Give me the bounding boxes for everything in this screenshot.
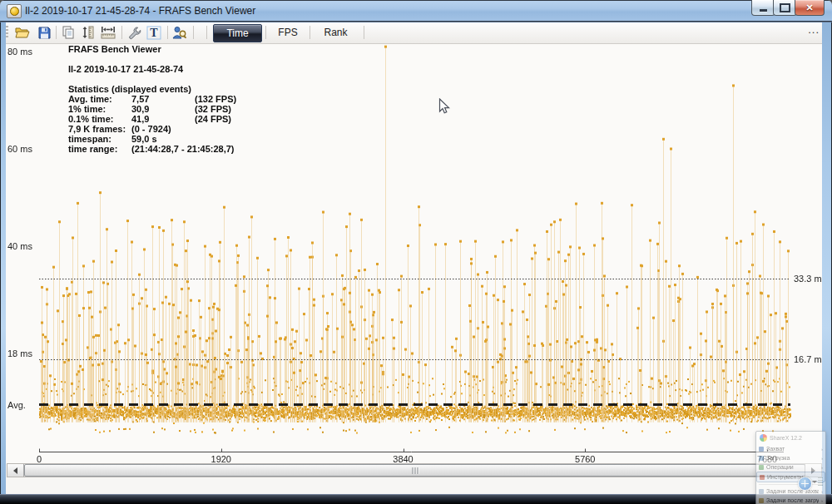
y-axis-label-60ms: 60 ms	[7, 144, 32, 154]
sharex-menu-overlay: ShareX 12.2 Захват › Загрузка › Операции…	[755, 431, 826, 504]
copy-pages-icon	[62, 26, 75, 39]
y-axis-label-avg: Avg.	[7, 400, 26, 410]
menu-item-after-upload[interactable]: Задачи после загрузки ›	[756, 496, 825, 504]
window-border-right	[822, 22, 832, 494]
sharex-header: ShareX 12.2	[756, 432, 825, 444]
window-title: Il-2 2019-10-17 21-45-28-74 - FRAFS Benc…	[25, 5, 255, 17]
stat-label: time range:	[68, 144, 131, 154]
menu-item-capture[interactable]: Захват ›	[756, 444, 825, 453]
toolbar: T Time FPS Rank ...	[1, 22, 831, 44]
toolbar-overflow-button[interactable]: ...	[808, 23, 820, 36]
submenu-arrow-icon: ›	[821, 489, 823, 494]
submenu-arrow-icon: ›	[821, 447, 823, 452]
minimize-icon	[760, 9, 767, 12]
scrollbar-grip-icon	[412, 467, 418, 474]
mouse-cursor	[438, 98, 450, 116]
y-axis-label-40ms: 40 ms	[7, 241, 32, 251]
stat-label: 0.1% time:	[68, 114, 131, 124]
stat-value: 41,9	[131, 114, 195, 124]
statistics-panel: FRAFS Bench Viewer Il-2 2019-10-17 21-45…	[68, 44, 236, 154]
menu-item-label: Загрузка	[766, 455, 819, 461]
stat-value: (21:44:28,7 - 21:45:28,7)	[131, 144, 235, 154]
stat-label: timespan:	[68, 134, 131, 144]
save-floppy-icon	[38, 27, 51, 39]
stat-label: 1% time:	[68, 104, 131, 114]
menu-item-workflows[interactable]: Операции ›	[756, 462, 825, 472]
stats-section-title: Statistics (displayed events)	[68, 84, 236, 94]
inspect-button[interactable]	[171, 24, 188, 41]
scroll-left-button[interactable]	[7, 464, 24, 477]
open-file-button[interactable]	[14, 24, 31, 41]
wrench-icon	[127, 26, 141, 40]
app-icon[interactable]	[7, 4, 22, 18]
menu-item-label: Захват	[766, 446, 819, 452]
save-button[interactable]	[36, 24, 52, 41]
stat-fps: (24 FPS)	[195, 114, 231, 124]
stat-fps: (132 FPS)	[195, 94, 236, 104]
stats-app-title: FRAFS Bench Viewer	[68, 44, 236, 54]
close-button[interactable]: ✕	[795, 0, 825, 16]
window-top-edge	[0, 0, 832, 1]
maximize-icon	[780, 3, 790, 12]
toolbar-separator	[167, 26, 168, 39]
y-axis-label-18ms: 18 ms	[7, 348, 32, 358]
sharex-title: ShareX 12.2	[770, 435, 802, 441]
submenu-arrow-icon: ›	[821, 498, 823, 503]
sharex-logo-icon	[760, 434, 767, 442]
tab-rank[interactable]: Rank	[313, 24, 359, 41]
vertical-scale-icon	[82, 26, 95, 39]
maximize-button[interactable]	[773, 0, 797, 16]
minimize-button[interactable]	[751, 0, 775, 16]
toolbar-separator	[206, 26, 207, 39]
window-border-bottom	[0, 494, 832, 504]
stat-value: 30,9	[131, 104, 195, 114]
stat-value: (0 - 7924)	[131, 124, 195, 134]
open-folder-icon	[15, 27, 30, 38]
text-tool-icon: T	[146, 26, 161, 40]
after-upload-icon	[759, 498, 764, 503]
copy-button[interactable]	[60, 24, 77, 41]
stat-fps: (32 FPS)	[195, 104, 231, 114]
settings-button[interactable]	[126, 24, 142, 41]
toolbar-separator	[121, 26, 122, 39]
horizontal-scale-button[interactable]	[100, 24, 116, 41]
capture-icon	[759, 447, 764, 452]
region-capture-icon[interactable]	[798, 477, 812, 491]
close-icon: ✕	[805, 0, 813, 15]
stats-row-1pct: 1% time: 30,9 (32 FPS)	[68, 104, 236, 114]
after-capture-icon	[759, 489, 764, 494]
submenu-arrow-icon: ›	[821, 456, 823, 461]
left-arrow-icon	[13, 467, 17, 474]
horizontal-scrollbar[interactable]	[7, 463, 822, 477]
tab-fps[interactable]: FPS	[267, 24, 309, 41]
horizontal-scale-icon	[101, 26, 116, 39]
stats-row-timerange: time range: (21:44:28,7 - 21:45:28,7)	[68, 144, 236, 154]
svg-text:T: T	[150, 27, 158, 39]
menu-item-after-capture[interactable]: Задачи после захвата ›	[756, 487, 825, 496]
stat-label: 7,9 K frames:	[68, 124, 131, 134]
titlebar[interactable]: Il-2 2019-10-17 21-45-28-74 - FRAFS Benc…	[0, 0, 832, 22]
y-axis-label-80ms: 80 ms	[7, 47, 32, 57]
window-border-left	[0, 22, 6, 494]
spacer	[68, 74, 236, 84]
vertical-scale-button[interactable]	[80, 24, 97, 41]
tab-time[interactable]: Time	[213, 24, 262, 42]
scrollbar-thumb[interactable]	[24, 464, 805, 477]
menu-item-label: Операции	[766, 464, 819, 470]
submenu-arrow-icon: ›	[821, 465, 823, 470]
toolbar-separator	[310, 26, 310, 39]
text-tool-button[interactable]: T	[146, 24, 162, 41]
dropdown-caret-icon	[812, 481, 817, 486]
clock-icon	[10, 7, 19, 16]
stats-row-01pct: 0.1% time: 41,9 (24 FPS)	[68, 114, 236, 124]
toolbar-separator	[193, 26, 194, 39]
menu-item-label: Инструменты	[767, 474, 822, 480]
stat-value: 59,0 s	[131, 134, 195, 144]
menu-item-upload[interactable]: Загрузка ›	[756, 453, 825, 462]
stat-label: Avg. time:	[68, 94, 131, 104]
stat-value: 7,57	[131, 94, 195, 104]
stats-bench-name: Il-2 2019-10-17 21-45-28-74	[68, 64, 236, 74]
stats-row-avg: Avg. time: 7,57 (132 FPS)	[68, 94, 236, 104]
menu-item-label: Задачи после загрузки	[766, 497, 819, 503]
toolbar-separator	[265, 26, 266, 39]
